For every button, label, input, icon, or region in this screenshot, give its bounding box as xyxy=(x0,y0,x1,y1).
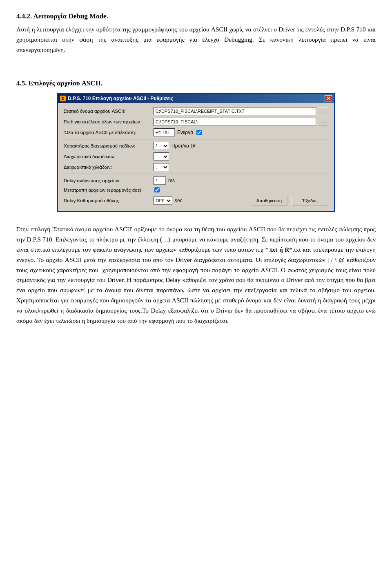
section-442-para1: Αυτή η λειτουργία ελέγχει την ορθότητα τ… xyxy=(16,25,376,55)
all-files-controls: Ενεργό xyxy=(154,128,202,136)
chars-dropdown[interactable]: / xyxy=(154,142,169,150)
dialog-app-icon: D xyxy=(60,96,66,101)
chars-suffix: Προτ/νο @ xyxy=(172,143,195,149)
path-label: Path για εκτέλεση όλων των αρχείων : xyxy=(64,119,154,124)
dialog-body: Στατικό όνομα αρχείου ASCII: ... Path γι… xyxy=(58,103,334,211)
ascii-settings-dialog: D D.P.S. 710 Επιλογή αρχείου ASCII - Ρυθ… xyxy=(57,93,335,212)
all-files-checkbox[interactable] xyxy=(196,130,202,135)
convert-row: Μετατροπή αρχείων (εφαρμογές dos) xyxy=(64,187,328,192)
delay-label: Delay ανάγνωσης αρχείων: xyxy=(64,178,154,183)
delay-controls: ms xyxy=(154,177,175,185)
dialog-action-buttons: Αποθήκευση Έξοδος xyxy=(251,196,328,206)
delay-clean-label: Delay Καθαρισμού οθόνης: xyxy=(64,198,154,203)
divider-1 xyxy=(64,139,328,139)
save-button[interactable]: Αποθήκευση xyxy=(251,196,287,206)
delay-row: Delay ανάγνωσης αρχείων: ms xyxy=(64,177,328,185)
static-name-label: Στατικό όνομα αρχείου ASCII: xyxy=(64,109,154,114)
delay-unit: ms xyxy=(168,178,175,183)
path-browse-button[interactable]: ... xyxy=(318,118,328,126)
decimal-dropdown[interactable]: . xyxy=(154,152,169,161)
dialog-title: D.P.S. 710 Επιλογή αρχείου ASCII - Ρυθμί… xyxy=(68,96,173,101)
path-row: Path για εκτέλεση όλων των αρχείων : ... xyxy=(64,118,328,126)
section-45-heading: 4.5. Επιλογές αρχείου ASCII. xyxy=(16,79,376,87)
divider-2 xyxy=(64,174,328,174)
decimal-label: Διαχωριστικό δεκαδικών: xyxy=(64,154,154,159)
path-input[interactable] xyxy=(154,118,316,126)
all-files-input[interactable] xyxy=(154,128,175,136)
all-files-label: 'Όλα τα αρχεία ASCII με επέκταση: xyxy=(64,130,154,135)
convert-checkbox[interactable] xyxy=(154,187,160,192)
delay-clean-controls: OFF sec xyxy=(154,197,183,205)
thousands-label: Διαχωριστικό χιλιάδων: xyxy=(64,165,154,170)
bold-txt: txt ή R* xyxy=(270,246,292,253)
section-442-heading: 4.4.2. Λειτουργία Debug Mode. xyxy=(16,12,376,20)
all-files-row: 'Όλα τα αρχεία ASCII με επέκταση: Ενεργό xyxy=(64,128,328,136)
delay-clean-unit: sec xyxy=(175,198,183,203)
dialog-close-button[interactable]: ✕ xyxy=(325,95,332,102)
chars-label: Χαρακτήρας διαχωρισμού πεδίων: xyxy=(64,143,154,148)
chars-controls: / Προτ/νο @ xyxy=(154,142,195,150)
static-name-browse-button[interactable]: ... xyxy=(318,107,328,115)
delay-clean-row: Delay Καθαρισμού οθόνης: OFF sec xyxy=(64,197,183,205)
all-files-active-label: Ενεργό xyxy=(177,130,193,135)
convert-label: Μετατροπή αρχείων (εφαρμογές dos) xyxy=(64,188,154,192)
thousands-row: Διαχωριστικό χιλιάδων: . xyxy=(64,163,328,171)
delay-clean-dropdown[interactable]: OFF xyxy=(154,197,172,205)
thousands-dropdown[interactable]: . xyxy=(154,163,169,171)
static-name-row: Στατικό όνομα αρχείου ASCII: ... xyxy=(64,107,328,115)
decimal-row: Διαχωριστικό δεκαδικών: . xyxy=(64,152,328,161)
dialog-titlebar: D D.P.S. 710 Επιλογή αρχείου ASCII - Ρυθ… xyxy=(58,94,334,103)
dialog-titlebar-left: D D.P.S. 710 Επιλογή αρχείου ASCII - Ρυθ… xyxy=(60,96,173,101)
chars-row: Χαρακτήρας διαχωρισμού πεδίων: / Προτ/νο… xyxy=(64,142,328,150)
delay-input[interactable] xyxy=(154,177,166,185)
exit-button[interactable]: Έξοδος xyxy=(292,196,328,206)
static-name-input[interactable] xyxy=(154,107,316,115)
section-45-para1: Στην επιλογή 'Στατικό όνομα αρχείου ASCI… xyxy=(16,224,376,326)
